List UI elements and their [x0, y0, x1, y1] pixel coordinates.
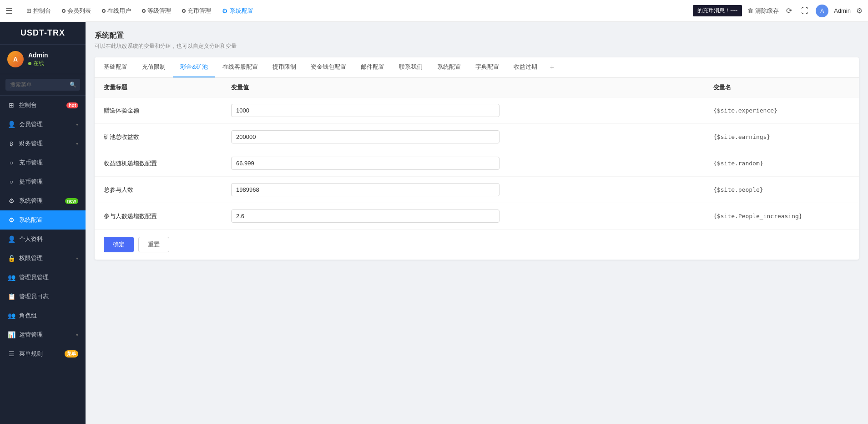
admin-name[interactable]: Admin: [834, 7, 851, 14]
dot-icon: [182, 9, 186, 13]
varname-experience: {$site.experience}: [713, 107, 850, 114]
dot-icon: [142, 9, 146, 13]
tab-sys-config[interactable]: 系统配置: [430, 57, 468, 77]
nav-link-sysconfig[interactable]: ⚙ 系统配置: [217, 5, 258, 17]
chart-icon: 📊: [7, 331, 15, 338]
col-header-varname: 变量名: [713, 83, 850, 92]
status-dot-icon: [28, 62, 31, 65]
gear-icon: ⚙: [7, 197, 15, 204]
input-people[interactable]: [231, 183, 500, 196]
sidebar-item-member-mgmt[interactable]: 👤 会员管理 ▾: [0, 115, 86, 134]
tab-dict-config[interactable]: 字典配置: [468, 57, 506, 77]
config-row-earnings: 矿池总收益数 {$site.earnings}: [95, 124, 859, 150]
gear-icon: ⚙: [222, 7, 228, 15]
nav-link-dashboard[interactable]: ⊞ 控制台: [22, 5, 56, 17]
input-earnings[interactable]: [231, 130, 500, 143]
bitcoin-icon: ₿: [7, 140, 15, 147]
sidebar-item-recharge-mgmt[interactable]: ○ 充币管理: [0, 153, 86, 172]
tab-basic[interactable]: 基础配置: [96, 57, 135, 77]
tab-contact-us[interactable]: 联系我们: [392, 57, 430, 77]
sidebar-item-profile[interactable]: 👤 个人资料: [0, 230, 86, 249]
account-settings-icon[interactable]: ⚙: [856, 6, 863, 15]
tab-online-service[interactable]: 在线客服配置: [215, 57, 265, 77]
sidebar-status: 在线: [28, 60, 78, 67]
fullscreen-icon[interactable]: ⛶: [799, 5, 810, 17]
main-area: 系统配置 可以在此填改系统的变量和分组，也可以自定义分组和变量 基础配置 充值限…: [86, 22, 868, 424]
nav-link-members[interactable]: 会员列表: [57, 5, 96, 17]
nav-links: ⊞ 控制台 会员列表 在线用户 等级管理 充币管理 ⚙ 系统配置: [22, 5, 258, 17]
circle-icon: ○: [7, 159, 15, 166]
users-icon: 👥: [7, 312, 15, 319]
reset-button[interactable]: 重置: [138, 237, 169, 252]
config-table-header: 变量标题 变量值 变量名: [95, 78, 859, 97]
sidebar-item-permission-mgmt[interactable]: 🔒 权限管理 ▾: [0, 249, 86, 268]
sidebar-item-admin-mgmt[interactable]: 👥 管理员管理: [0, 268, 86, 287]
action-row: 确定 重置: [95, 230, 859, 260]
tab-add-button[interactable]: +: [545, 59, 560, 76]
sidebar-item-withdraw-mgmt[interactable]: ○ 提币管理: [0, 172, 86, 191]
tab-earnings-period[interactable]: 收益过期: [506, 57, 545, 77]
sidebar-item-admin-log[interactable]: 📋 管理员日志: [0, 287, 86, 306]
hamburger-icon[interactable]: ☰: [5, 6, 13, 16]
chevron-down-icon: ▾: [76, 141, 78, 146]
grid-icon: ⊞: [26, 7, 31, 14]
row-label-people: 总参与人数: [104, 186, 231, 194]
top-navbar: ☰ ⊞ 控制台 会员列表 在线用户 等级管理 充币管理: [0, 0, 868, 22]
varname-people-increasing: {$site.People_increasing}: [713, 213, 850, 220]
sidebar-item-role-group[interactable]: 👥 角色组: [0, 306, 86, 325]
refresh-icon[interactable]: ⟳: [784, 5, 794, 17]
tab-mail-config[interactable]: 邮件配置: [353, 57, 392, 77]
user-icon: 👤: [7, 121, 15, 128]
col-header-value: 变量值: [231, 83, 713, 92]
layout: USDT-TRX A Admin 在线 🔍 ⊞ 控制台 hot: [0, 22, 868, 424]
row-label-people-increasing: 参与人数递增数配置: [104, 212, 231, 220]
users-icon: 👥: [7, 274, 15, 281]
input-people-increasing[interactable]: [231, 209, 500, 223]
sidebar-menu: ⊞ 控制台 hot 👤 会员管理 ▾ ₿ 财务管理 ▾ ○ 充币管理 ○ 提币管…: [0, 96, 86, 424]
sidebar-item-finance-mgmt[interactable]: ₿ 财务管理 ▾: [0, 134, 86, 153]
sidebar-item-menu-rules[interactable]: ☰ 菜单规则 菜单: [0, 344, 86, 363]
hot-badge: hot: [66, 102, 78, 108]
tab-recharge-limit[interactable]: 充值限制: [135, 57, 173, 77]
notification-bar: 的充币消息！----: [693, 5, 742, 16]
grid-icon: ⊞: [7, 102, 15, 109]
sidebar-item-system-mgmt[interactable]: ⚙ 系统管理 new: [0, 191, 86, 210]
varname-earnings: {$site.earnings}: [713, 133, 850, 140]
tab-withdraw-limit[interactable]: 提币限制: [265, 57, 303, 77]
sidebar-search: 🔍: [0, 74, 86, 96]
nav-link-recharge[interactable]: 充币管理: [177, 5, 216, 17]
config-panel: 基础配置 充值限制 彩金&矿池 在线客服配置 提币限制 资金钱包配置 邮件配置 …: [95, 57, 859, 260]
new-badge: new: [65, 198, 78, 204]
sidebar-brand: USDT-TRX: [0, 22, 86, 45]
input-random[interactable]: [231, 157, 500, 170]
sidebar: USDT-TRX A Admin 在线 🔍 ⊞ 控制台 hot: [0, 22, 86, 424]
row-label-random: 收益随机递增数配置: [104, 159, 231, 168]
menu-icon: ☰: [7, 350, 15, 358]
sidebar-item-ops-mgmt[interactable]: 📊 运营管理 ▾: [0, 325, 86, 344]
config-row-random: 收益随机递增数配置 {$site.random}: [95, 150, 859, 177]
tab-wallet-config[interactable]: 资金钱包配置: [303, 57, 353, 77]
dot-icon: [62, 9, 66, 13]
nav-link-online[interactable]: 在线用户: [97, 5, 136, 17]
lock-icon: 🔒: [7, 255, 15, 262]
user-icon: 👤: [7, 235, 15, 243]
col-header-label: 变量标题: [104, 83, 231, 92]
confirm-button[interactable]: 确定: [104, 237, 134, 252]
nav-link-levels[interactable]: 等级管理: [137, 5, 176, 17]
chevron-down-icon: ▾: [76, 256, 78, 261]
config-row-people: 总参与人数 {$site.people}: [95, 177, 859, 203]
sidebar-item-system-config[interactable]: ⚙ 系统配置: [0, 210, 86, 230]
sidebar-user-info: Admin 在线: [28, 51, 78, 67]
input-experience[interactable]: [231, 104, 500, 117]
page-subtitle: 可以在此填改系统的变量和分组，也可以自定义分组和变量: [95, 42, 859, 50]
sidebar-item-dashboard[interactable]: ⊞ 控制台 hot: [0, 96, 86, 115]
clear-cache-button[interactable]: 🗑 清除缓存: [747, 7, 779, 15]
tab-mining-pool[interactable]: 彩金&矿池: [173, 57, 215, 77]
config-row-experience: 赠送体验金额 {$site.experience}: [95, 97, 859, 124]
row-label-experience: 赠送体验金额: [104, 107, 231, 115]
search-input[interactable]: [5, 79, 80, 91]
page-header: 系统配置 可以在此填改系统的变量和分组，也可以自定义分组和变量: [95, 31, 859, 50]
row-label-earnings: 矿池总收益数: [104, 133, 231, 141]
dot-icon: [102, 9, 106, 13]
search-icon: 🔍: [70, 82, 76, 88]
